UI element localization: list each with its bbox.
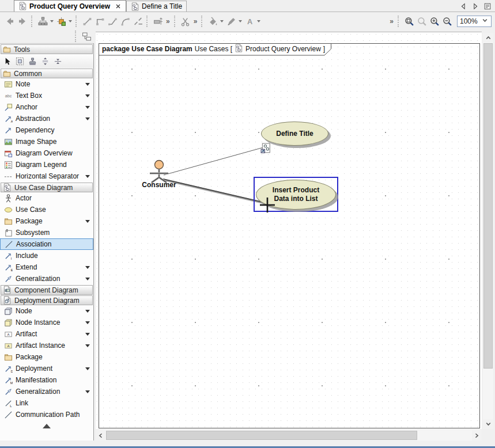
dropdown-caret-icon[interactable] bbox=[67, 15, 73, 28]
chevron-down-icon[interactable] bbox=[85, 106, 90, 109]
palette-section-use-case-diagram[interactable]: Use Case Diagram bbox=[1, 183, 93, 192]
palette-item-artifact[interactable]: AArtifact bbox=[0, 328, 93, 340]
group-select-button[interactable] bbox=[16, 57, 24, 66]
palette-item-node-instance[interactable]: Node Instance bbox=[0, 317, 93, 328]
arrow-icon bbox=[3, 126, 13, 135]
palette-collapse-button[interactable] bbox=[0, 424, 93, 428]
reset-edges-button[interactable] bbox=[152, 15, 164, 28]
crosshair-cursor bbox=[259, 197, 275, 215]
diagram-tab-2[interactable]: Define a Title bbox=[126, 1, 187, 12]
path-break-button[interactable] bbox=[131, 15, 144, 28]
palette-item-subsystem[interactable]: Subsystem bbox=[0, 227, 93, 238]
dropdown-caret-icon[interactable] bbox=[237, 15, 243, 28]
dropdown-caret-icon[interactable] bbox=[49, 15, 55, 28]
chevron-down-icon[interactable] bbox=[85, 333, 90, 336]
font-color-button[interactable]: A bbox=[243, 15, 256, 28]
cut-button[interactable] bbox=[179, 15, 192, 28]
palette-section-component-diagram[interactable]: Component Diagram bbox=[1, 285, 93, 295]
palette-item-package[interactable]: Package bbox=[0, 215, 93, 227]
palette-item-horizontal-separator[interactable]: Horizontal Separator bbox=[0, 170, 93, 182]
palette-item-include[interactable]: IInclude bbox=[0, 250, 93, 261]
stamp-button[interactable] bbox=[28, 57, 37, 66]
palette-item-note[interactable]: Note bbox=[0, 78, 93, 90]
scroll-right-button[interactable] bbox=[472, 430, 482, 441]
palette-item-diagram-legend[interactable]: Diagram Legend bbox=[0, 159, 93, 170]
palette-section-common[interactable]: Common bbox=[1, 69, 93, 78]
path-rectilinear-button[interactable] bbox=[93, 15, 106, 28]
vertical-scrollbar[interactable] bbox=[483, 33, 493, 429]
scroll-tabs-right-button[interactable] bbox=[471, 2, 479, 10]
palette-item-manifestation[interactable]: MManifestation bbox=[0, 374, 93, 386]
related-elements-button[interactable] bbox=[80, 30, 93, 43]
v-distribute-button[interactable] bbox=[41, 57, 50, 66]
chevron-down-icon[interactable] bbox=[85, 310, 90, 313]
toolbar-overflow-button[interactable]: » bbox=[164, 17, 172, 25]
zoom-region-button[interactable] bbox=[403, 15, 415, 28]
palette-item-label: Deployment bbox=[16, 365, 52, 373]
add-related-button[interactable] bbox=[55, 15, 67, 28]
palette-item-association[interactable]: Association bbox=[0, 238, 93, 250]
scroll-tabs-left-button[interactable] bbox=[459, 2, 467, 10]
diagram-tab-1[interactable]: Product Query Overview bbox=[14, 0, 126, 12]
v-compress-button[interactable] bbox=[54, 57, 62, 66]
vertical-scroll-thumb[interactable] bbox=[483, 43, 493, 369]
chevron-down-icon[interactable] bbox=[85, 344, 90, 347]
zoom-in-button[interactable] bbox=[428, 15, 441, 28]
zoom-out-button[interactable] bbox=[441, 15, 454, 28]
palette-section-tools[interactable]: Tools bbox=[1, 44, 93, 54]
back-button[interactable] bbox=[3, 15, 16, 28]
scroll-up-button[interactable] bbox=[483, 33, 493, 43]
chevron-down-icon[interactable] bbox=[85, 278, 90, 280]
palette-item-actor[interactable]: Actor bbox=[0, 192, 93, 204]
chevron-down-icon[interactable] bbox=[85, 117, 90, 120]
forward-button[interactable] bbox=[16, 15, 29, 28]
use-case-define-title[interactable]: Define Title bbox=[261, 122, 328, 146]
palette-item-diagram-overview[interactable]: Diagram Overview bbox=[0, 147, 93, 159]
horizontal-scroll-thumb[interactable] bbox=[106, 431, 417, 440]
palette-item-artifact-instance[interactable]: AArtifact Instance bbox=[0, 340, 93, 351]
path-curve-button[interactable] bbox=[119, 15, 131, 28]
palette-section-deployment-diagram[interactable]: Deployment Diagram bbox=[1, 295, 93, 305]
palette-item-communication-path[interactable]: Communication Path bbox=[0, 409, 93, 420]
chevron-down-icon[interactable] bbox=[85, 220, 90, 223]
pen-color-button[interactable] bbox=[225, 15, 237, 28]
palette-item-node[interactable]: Node bbox=[0, 305, 93, 317]
zoom-fit-button[interactable] bbox=[415, 15, 428, 28]
dropdown-caret-icon[interactable] bbox=[256, 15, 262, 28]
path-straight-button[interactable] bbox=[81, 15, 93, 28]
toolbar-overflow-button[interactable]: » bbox=[388, 17, 395, 25]
palette-item-text-box[interactable]: abcText Box bbox=[0, 90, 93, 101]
palette-item-generalization[interactable]: Generalization bbox=[0, 386, 93, 397]
chevron-down-icon[interactable] bbox=[85, 367, 90, 370]
scroll-left-button[interactable] bbox=[96, 430, 105, 441]
chevron-down-icon[interactable] bbox=[85, 94, 90, 97]
chevron-down-icon[interactable] bbox=[85, 321, 90, 324]
diagram-canvas[interactable]: package Use Case Diagram Use Cases [ Pro… bbox=[96, 32, 482, 429]
containment-tree-button[interactable] bbox=[36, 15, 49, 28]
chevron-down-icon[interactable] bbox=[85, 390, 90, 393]
path-oblique-button[interactable] bbox=[106, 15, 119, 28]
palette-item-image-shape[interactable]: Image Shape bbox=[0, 136, 93, 147]
palette-item-anchor[interactable]: Anchor bbox=[0, 101, 93, 113]
palette-item-deployment[interactable]: DDeployment bbox=[0, 363, 93, 374]
palette-item-extend[interactable]: EExtend bbox=[0, 261, 93, 273]
palette-item-dependency[interactable]: Dependency bbox=[0, 124, 93, 136]
pointer-button[interactable] bbox=[3, 57, 12, 66]
chevron-down-icon[interactable] bbox=[85, 266, 90, 269]
palette-item-link[interactable]: LLink bbox=[0, 397, 93, 409]
dropdown-caret-icon[interactable] bbox=[219, 15, 225, 28]
close-tab-button[interactable] bbox=[115, 3, 122, 10]
horizontal-scrollbar[interactable] bbox=[96, 430, 482, 441]
palette-item-abstraction[interactable]: AAbstraction bbox=[0, 113, 93, 124]
chevron-down-icon[interactable] bbox=[85, 83, 90, 86]
diagram-link-icon[interactable] bbox=[260, 143, 271, 155]
toolbar-overflow-button[interactable]: » bbox=[192, 17, 199, 25]
tab-list-button[interactable] bbox=[483, 2, 492, 10]
zoom-level-combo[interactable]: 100% bbox=[457, 16, 492, 27]
palette-item-generalization[interactable]: Generalization bbox=[0, 273, 93, 284]
chevron-down-icon[interactable] bbox=[85, 175, 90, 178]
scroll-down-button[interactable] bbox=[483, 419, 493, 429]
palette-item-package[interactable]: Package bbox=[0, 351, 93, 363]
palette-item-use-case[interactable]: Use Case bbox=[0, 204, 93, 215]
fill-color-button[interactable] bbox=[206, 15, 219, 28]
